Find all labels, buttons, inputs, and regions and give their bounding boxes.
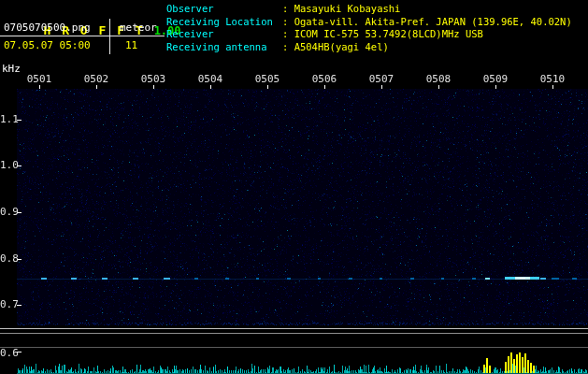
info-row-antenna: Receiving antenna : A504HB(yagi 4el) — [166, 41, 572, 54]
time-tick-label: 0506 — [310, 74, 338, 85]
station-info: Observer : Masayuki Kobayashi Receiving … — [166, 3, 572, 53]
location-value: : Ogata-vill. Akita-Pref. JAPAN (139.96E… — [282, 16, 572, 29]
receiver-value: : ICOM IC-575 53.7492(8LCD)MHz USB — [282, 28, 483, 41]
receiver-label: Receiver — [166, 28, 282, 41]
freq-tick-label: 1.1 — [0, 114, 15, 125]
location-label: Receiving Location — [166, 16, 282, 29]
freq-tick-label: 0.9 — [0, 207, 15, 218]
freq-tick-label: 0.6 — [0, 348, 15, 359]
hrofft-output: H R O F F T1.00 0705070500.png meteor 07… — [0, 0, 588, 374]
time-tick-label: 0507 — [367, 74, 395, 85]
freq-tick-label: 1.0 — [0, 160, 15, 171]
antenna-value: : A504HB(yagi 4el) — [282, 41, 389, 54]
echo-count: 11 — [110, 36, 165, 54]
info-row-observer: Observer : Masayuki Kobayashi — [166, 3, 572, 16]
info-row-receiver: Receiver : ICOM IC-575 53.7492(8LCD)MHz … — [166, 28, 572, 41]
freq-tick-label: 0.8 — [0, 253, 15, 265]
time-tick-label: 0508 — [424, 74, 452, 85]
observation-mode: meteor — [110, 19, 165, 36]
observation-summary-table: 0705070500.png meteor 07.05.07 05:00 11 — [0, 19, 165, 54]
time-tick-label: 0501 — [25, 74, 53, 85]
time-tick-label: 0509 — [481, 74, 509, 85]
freq-unit-label: kHz — [2, 64, 21, 75]
time-tick-label: 0510 — [538, 74, 566, 85]
time-tick-label: 0505 — [253, 74, 281, 85]
time-tick-label: 0502 — [82, 74, 110, 85]
spectrogram-canvas — [0, 0, 588, 374]
antenna-label: Receiving antenna — [166, 41, 282, 54]
observer-label: Observer — [166, 3, 282, 16]
time-tick-label: 0504 — [196, 74, 224, 85]
time-tick-label: 0503 — [139, 74, 167, 85]
freq-tick-label: 0.7 — [0, 299, 15, 310]
output-filename: 0705070500.png — [0, 19, 110, 36]
observation-datetime: 07.05.07 05:00 — [0, 36, 110, 54]
observer-value: : Masayuki Kobayashi — [282, 3, 400, 16]
info-row-location: Receiving Location : Ogata-vill. Akita-P… — [166, 16, 572, 29]
